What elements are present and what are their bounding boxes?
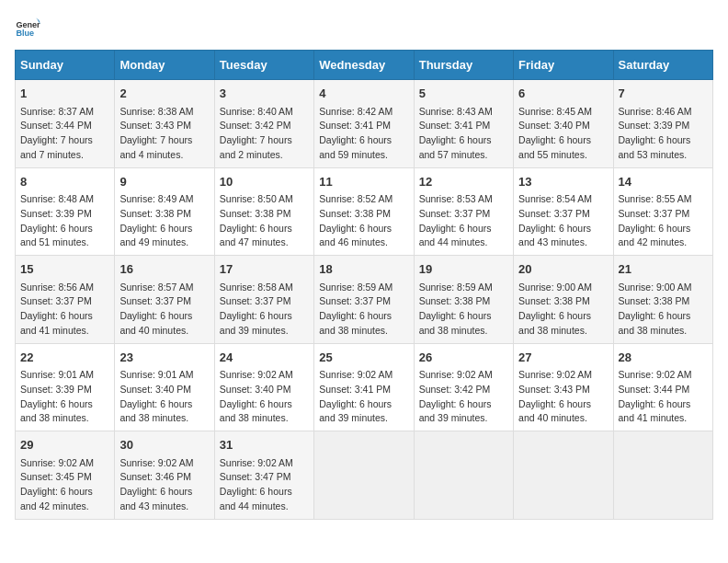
sunrise-text: Sunrise: 9:02 AM — [20, 457, 94, 468]
day-number: 31 — [220, 436, 309, 454]
daylight-text: Daylight: 6 hours and 57 minutes. — [419, 134, 492, 160]
sunset-text: Sunset: 3:44 PM — [619, 384, 690, 395]
calendar-cell: 16Sunrise: 8:57 AMSunset: 3:37 PMDayligh… — [115, 256, 214, 344]
day-number: 30 — [119, 436, 209, 454]
daylight-text: Daylight: 6 hours and 40 minutes. — [119, 310, 192, 336]
sunrise-text: Sunrise: 8:57 AM — [119, 282, 193, 293]
daylight-text: Daylight: 6 hours and 38 minutes. — [220, 398, 292, 424]
daylight-text: Daylight: 6 hours and 47 minutes. — [220, 223, 292, 248]
day-number: 24 — [220, 349, 309, 367]
sunrise-text: Sunrise: 8:56 AM — [20, 282, 94, 293]
calendar-cell: 3Sunrise: 8:40 AMSunset: 3:42 PMDaylight… — [214, 80, 313, 168]
sunset-text: Sunset: 3:39 PM — [20, 384, 92, 395]
daylight-text: Daylight: 6 hours and 43 minutes. — [119, 486, 192, 511]
sunset-text: Sunset: 3:38 PM — [619, 295, 690, 306]
sunset-text: Sunset: 3:37 PM — [518, 208, 590, 219]
daylight-text: Daylight: 6 hours and 53 minutes. — [619, 134, 691, 160]
sunrise-text: Sunrise: 8:52 AM — [319, 193, 392, 204]
column-header-friday: Friday — [514, 51, 613, 80]
sunset-text: Sunset: 3:39 PM — [619, 120, 690, 131]
day-number: 16 — [119, 260, 209, 279]
sunrise-text: Sunrise: 9:01 AM — [20, 369, 94, 380]
column-header-tuesday: Tuesday — [214, 51, 313, 80]
sunrise-text: Sunrise: 8:48 AM — [20, 193, 94, 204]
sunset-text: Sunset: 3:43 PM — [518, 384, 590, 395]
calendar-cell: 20Sunrise: 9:00 AMSunset: 3:38 PMDayligh… — [514, 256, 613, 344]
calendar-cell: 25Sunrise: 9:02 AMSunset: 3:41 PMDayligh… — [314, 343, 414, 431]
calendar-cell: 21Sunrise: 9:00 AMSunset: 3:38 PMDayligh… — [613, 256, 712, 344]
daylight-text: Daylight: 6 hours and 38 minutes. — [518, 310, 591, 336]
logo-icon: General Blue — [15, 15, 40, 40]
sunset-text: Sunset: 3:40 PM — [518, 120, 590, 131]
calendar-cell: 23Sunrise: 9:01 AMSunset: 3:40 PMDayligh… — [115, 343, 214, 431]
svg-text:Blue: Blue — [16, 29, 34, 38]
daylight-text: Daylight: 6 hours and 38 minutes. — [319, 310, 392, 336]
daylight-text: Daylight: 6 hours and 41 minutes. — [20, 310, 93, 336]
sunset-text: Sunset: 3:47 PM — [220, 471, 291, 482]
calendar-cell: 17Sunrise: 8:58 AMSunset: 3:37 PMDayligh… — [214, 256, 313, 344]
calendar-cell: 5Sunrise: 8:43 AMSunset: 3:41 PMDaylight… — [414, 80, 513, 168]
daylight-text: Daylight: 6 hours and 55 minutes. — [518, 134, 591, 160]
day-number: 12 — [419, 173, 508, 191]
sunrise-text: Sunrise: 8:54 AM — [518, 193, 592, 204]
day-number: 2 — [119, 85, 209, 103]
calendar-cell: 10Sunrise: 8:50 AMSunset: 3:38 PMDayligh… — [214, 167, 313, 256]
calendar-cell: 2Sunrise: 8:38 AMSunset: 3:43 PMDaylight… — [115, 80, 214, 168]
calendar-cell: 28Sunrise: 9:02 AMSunset: 3:44 PMDayligh… — [613, 343, 712, 431]
sunrise-text: Sunrise: 8:58 AM — [220, 282, 293, 293]
sunset-text: Sunset: 3:37 PM — [419, 208, 491, 219]
daylight-text: Daylight: 6 hours and 39 minutes. — [419, 398, 492, 424]
sunset-text: Sunset: 3:38 PM — [419, 295, 491, 306]
day-number: 18 — [319, 260, 408, 279]
sunrise-text: Sunrise: 8:43 AM — [419, 106, 493, 117]
daylight-text: Daylight: 6 hours and 59 minutes. — [319, 134, 392, 160]
sunrise-text: Sunrise: 8:53 AM — [419, 193, 493, 204]
day-number: 5 — [419, 85, 508, 103]
daylight-text: Daylight: 6 hours and 49 minutes. — [119, 223, 192, 248]
calendar-cell: 6Sunrise: 8:45 AMSunset: 3:40 PMDaylight… — [514, 80, 613, 168]
calendar-cell — [514, 431, 613, 520]
day-number: 25 — [319, 349, 408, 367]
day-number: 20 — [518, 260, 608, 279]
column-header-saturday: Saturday — [613, 51, 712, 80]
day-number: 14 — [619, 173, 708, 191]
calendar-cell: 12Sunrise: 8:53 AMSunset: 3:37 PMDayligh… — [414, 167, 513, 256]
calendar-cell: 13Sunrise: 8:54 AMSunset: 3:37 PMDayligh… — [514, 167, 613, 256]
daylight-text: Daylight: 6 hours and 51 minutes. — [20, 223, 93, 248]
sunset-text: Sunset: 3:38 PM — [518, 295, 590, 306]
calendar-header-row: SundayMondayTuesdayWednesdayThursdayFrid… — [16, 51, 713, 80]
sunrise-text: Sunrise: 9:02 AM — [619, 369, 692, 380]
sunrise-text: Sunrise: 8:45 AM — [518, 106, 592, 117]
day-number: 4 — [319, 85, 408, 103]
day-number: 19 — [419, 260, 508, 279]
sunrise-text: Sunrise: 8:38 AM — [119, 106, 193, 117]
daylight-text: Daylight: 7 hours and 4 minutes. — [119, 134, 192, 160]
calendar-cell: 7Sunrise: 8:46 AMSunset: 3:39 PMDaylight… — [613, 80, 712, 168]
day-number: 6 — [518, 85, 608, 103]
sunrise-text: Sunrise: 8:40 AM — [220, 106, 293, 117]
sunset-text: Sunset: 3:42 PM — [220, 120, 291, 131]
calendar-week-row: 8Sunrise: 8:48 AMSunset: 3:39 PMDaylight… — [16, 167, 713, 256]
calendar-week-row: 15Sunrise: 8:56 AMSunset: 3:37 PMDayligh… — [16, 256, 713, 344]
sunrise-text: Sunrise: 8:55 AM — [619, 193, 692, 204]
daylight-text: Daylight: 6 hours and 39 minutes. — [319, 398, 392, 424]
calendar-week-row: 29Sunrise: 9:02 AMSunset: 3:45 PMDayligh… — [16, 431, 713, 520]
calendar-cell: 27Sunrise: 9:02 AMSunset: 3:43 PMDayligh… — [514, 343, 613, 431]
day-number: 28 — [619, 349, 708, 367]
daylight-text: Daylight: 6 hours and 46 minutes. — [319, 223, 392, 248]
day-number: 9 — [119, 173, 209, 191]
sunset-text: Sunset: 3:42 PM — [419, 384, 491, 395]
daylight-text: Daylight: 6 hours and 42 minutes. — [20, 486, 93, 511]
calendar-cell: 29Sunrise: 9:02 AMSunset: 3:45 PMDayligh… — [16, 431, 115, 520]
calendar-cell: 14Sunrise: 8:55 AMSunset: 3:37 PMDayligh… — [613, 167, 712, 256]
day-number: 8 — [20, 173, 109, 191]
page-header: General Blue — [15, 15, 713, 40]
calendar-cell — [613, 431, 712, 520]
calendar-cell: 24Sunrise: 9:02 AMSunset: 3:40 PMDayligh… — [214, 343, 313, 431]
sunset-text: Sunset: 3:43 PM — [119, 120, 191, 131]
sunrise-text: Sunrise: 8:46 AM — [619, 106, 692, 117]
daylight-text: Daylight: 6 hours and 44 minutes. — [419, 223, 492, 248]
sunset-text: Sunset: 3:37 PM — [319, 295, 391, 306]
day-number: 26 — [419, 349, 508, 367]
daylight-text: Daylight: 6 hours and 43 minutes. — [518, 223, 591, 248]
